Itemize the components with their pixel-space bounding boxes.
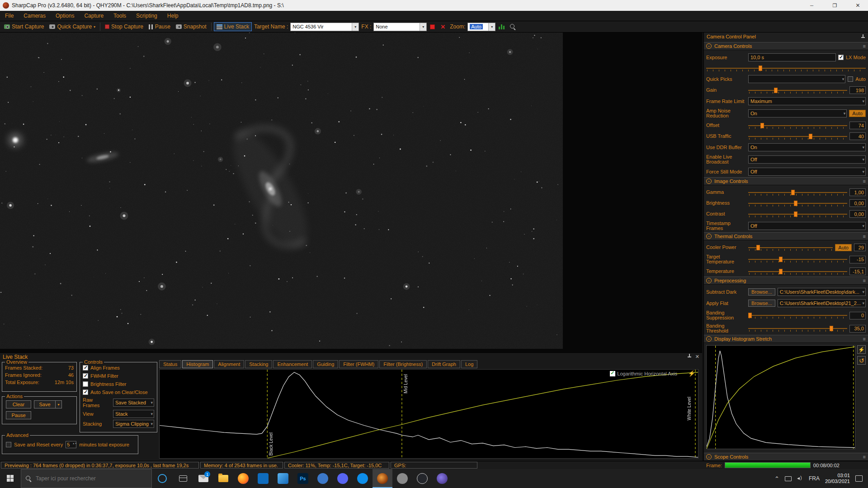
tab-alignment[interactable]: Alignment (214, 360, 244, 368)
tab-guiding[interactable]: Guiding (313, 360, 338, 368)
frame-rate-limit-dropdown[interactable]: Maximum (748, 97, 866, 105)
taskbar-settings[interactable] (392, 469, 412, 488)
collapse-icon[interactable] (706, 278, 712, 283)
stacking-dropdown[interactable]: Sigma Clipping (113, 420, 154, 428)
clear-button[interactable]: Clear (6, 400, 31, 408)
menu-capture[interactable]: Capture (79, 11, 108, 21)
pause-button[interactable]: Pause (6, 411, 31, 419)
brightness-value[interactable]: 0,00 (849, 199, 866, 207)
taskbar-discord[interactable] (333, 469, 353, 488)
log-axis-checkbox[interactable]: Logarithmic Horizontal Axis (610, 371, 677, 376)
tray-expand-icon[interactable] (774, 475, 779, 482)
taskbar-teamviewer[interactable] (353, 469, 373, 488)
auto-save-checkbox[interactable] (83, 389, 88, 395)
lx-mode-checkbox[interactable] (838, 55, 844, 60)
apply-flat-browse-button[interactable]: Browse... (748, 300, 775, 307)
cooler-auto-button[interactable]: Auto (835, 244, 852, 251)
auto-stretch-icon[interactable] (688, 370, 695, 377)
cortana-button[interactable] (152, 469, 173, 488)
banding-threshold-value[interactable]: 35,0 (849, 325, 866, 333)
brightness-filter-checkbox[interactable] (83, 381, 88, 387)
section-menu-icon[interactable] (863, 234, 866, 239)
gamma-slider[interactable] (748, 189, 847, 196)
usb-traffic-slider[interactable] (748, 133, 847, 140)
exposure-input[interactable]: 10,0 s (748, 53, 836, 61)
enable-live-broadcast-dropdown[interactable]: Off (748, 155, 866, 164)
offset-value[interactable]: 74 (849, 122, 866, 129)
chevron-down-icon[interactable] (420, 23, 426, 31)
collapse-icon[interactable] (706, 234, 712, 239)
cooler-power-slider[interactable] (748, 244, 833, 251)
banding-threshold-slider[interactable] (748, 325, 847, 332)
section-menu-icon[interactable] (863, 454, 866, 460)
banding-suppression-value[interactable]: 0 (849, 312, 866, 319)
taskbar-firefox[interactable] (233, 469, 253, 488)
stop-capture-button[interactable]: Stop Capture (103, 23, 146, 31)
close-button[interactable] (848, 0, 868, 11)
menu-cameras[interactable]: Cameras (19, 11, 51, 21)
chevron-down-icon[interactable] (488, 23, 495, 31)
stack-histogram-plot[interactable]: Black Level Mid Level White Level Logari… (159, 369, 698, 459)
collapse-icon[interactable] (706, 336, 712, 342)
view-dropdown[interactable]: Stack (113, 410, 154, 418)
target-name-combobox[interactable]: NGC 4536 Vir (290, 23, 359, 31)
target-temperature-value[interactable]: -15 (849, 256, 866, 263)
language-indicator[interactable]: FRA (809, 475, 820, 482)
banding-suppression-slider[interactable] (748, 312, 847, 319)
save-menu-arrow[interactable] (56, 400, 62, 408)
subtract-dark-dropdown[interactable]: C:\Users\SharkFleet\Desktop\dark... (778, 288, 866, 296)
interval-spinner[interactable]: 5 (66, 441, 76, 448)
usb-traffic-value[interactable]: 40 (849, 132, 866, 140)
notification-center-icon[interactable] (855, 475, 863, 482)
tab-histogram[interactable]: Histogram (182, 360, 213, 368)
tab-stacking[interactable]: Stacking (245, 360, 272, 368)
start-capture-button[interactable]: Start Capture (2, 23, 46, 31)
taskbar-photos[interactable] (273, 469, 293, 488)
collapse-icon[interactable] (706, 454, 712, 460)
taskbar-mail[interactable]: 1 (193, 469, 213, 488)
tab-log[interactable]: Log (461, 360, 477, 368)
reset-stretch-icon[interactable] (857, 356, 866, 365)
contrast-slider[interactable] (748, 211, 847, 218)
section-menu-icon[interactable] (863, 336, 866, 342)
clock[interactable]: 03:01 20/03/2021 (825, 473, 850, 484)
search-input[interactable] (36, 475, 147, 482)
save-reset-checkbox[interactable] (6, 442, 11, 447)
fx-combobox[interactable]: None (373, 23, 427, 31)
menu-help[interactable]: Help (162, 11, 184, 21)
exposure-slider[interactable] (706, 65, 866, 72)
collapse-icon[interactable] (706, 178, 712, 184)
section-menu-icon[interactable] (863, 178, 866, 184)
live-stack-button[interactable]: Live Stack (214, 22, 252, 31)
collapse-icon[interactable] (706, 43, 712, 49)
timestamp-frames-dropdown[interactable]: Off (748, 222, 866, 230)
taskbar-sharpcap[interactable] (373, 469, 392, 488)
fwhm-filter-checkbox[interactable] (83, 373, 88, 379)
raw-frames-dropdown[interactable]: Save Stacked (113, 399, 154, 407)
histogram-button[interactable] (496, 23, 507, 30)
zoom-combobox[interactable]: Auto (467, 23, 495, 31)
brightness-slider[interactable] (748, 200, 847, 207)
tab-status[interactable]: Status (159, 360, 181, 368)
auto-stretch-icon[interactable] (857, 345, 866, 354)
close-icon[interactable]: ✕ (695, 354, 699, 360)
taskbar-outlook[interactable] (253, 469, 273, 488)
menu-file[interactable]: File (0, 11, 19, 21)
fx-area-button[interactable] (428, 23, 437, 30)
align-frames-checkbox[interactable] (83, 365, 88, 371)
pin-icon[interactable] (861, 34, 865, 39)
mini-histogram[interactable] (706, 345, 855, 449)
start-button[interactable] (0, 469, 21, 488)
image-viewport[interactable] (0, 33, 702, 352)
menu-tools[interactable]: Tools (108, 11, 131, 21)
maximize-button[interactable] (825, 0, 845, 11)
zoom-tool-button[interactable] (508, 23, 518, 31)
gain-slider[interactable] (748, 87, 847, 94)
section-menu-icon[interactable] (863, 43, 866, 49)
quick-picks-auto-checkbox[interactable] (848, 76, 853, 82)
contrast-value[interactable]: 0,00 (849, 210, 866, 218)
target-temperature-slider[interactable] (748, 256, 847, 263)
quick-picks-dropdown[interactable] (748, 75, 845, 83)
taskbar-photoshop[interactable]: Ps (293, 469, 313, 488)
use-ddr-buffer-dropdown[interactable]: On (748, 143, 866, 151)
